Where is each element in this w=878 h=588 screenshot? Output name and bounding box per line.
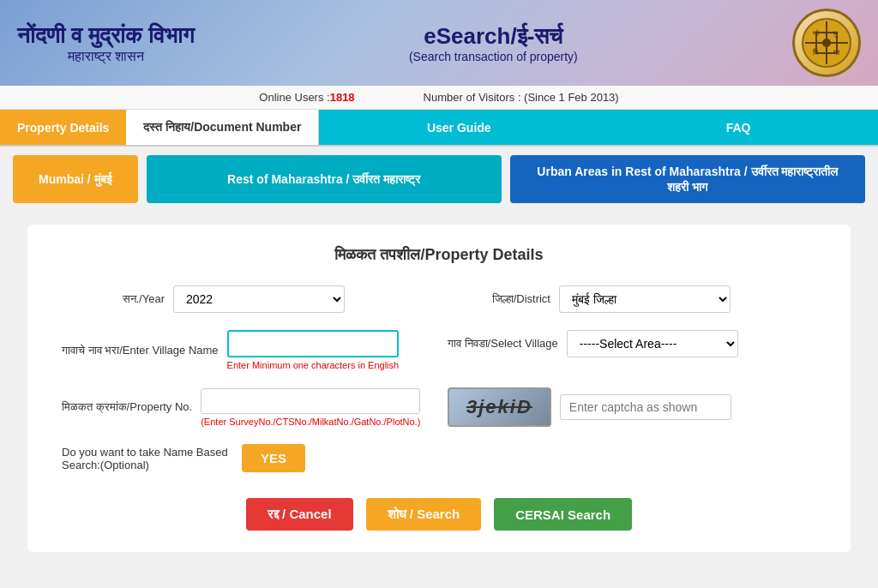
district-select[interactable]: मुंबई जिल्हा <box>559 285 731 313</box>
svg-text:नो: नो <box>812 29 820 38</box>
nav-tabs: Property Details दस्त निहाय/Document Num… <box>0 110 878 147</box>
svg-text:भा: भा <box>833 49 840 57</box>
info-bar: Online Users :1818 Number of Visitors : … <box>0 86 878 110</box>
year-select[interactable]: 2022 <box>173 285 345 313</box>
cersai-button[interactable]: CERSAI Search <box>494 498 632 531</box>
btn-mumbai[interactable]: Mumbai / मुंबई <box>13 155 138 203</box>
org-title: नोंदणी व मुद्रांक विभाग <box>17 22 195 49</box>
search-button[interactable]: शोध / Search <box>366 498 482 531</box>
name-search-group: Do you want to take Name Based Search:(O… <box>62 444 816 472</box>
online-count: 1818 <box>330 91 355 104</box>
form-row-3: मिळकत क्रमांक/Property No. (Enter Survey… <box>62 387 816 427</box>
form-row-1: सन./Year 2022 जिल्हा/District मुंबई जिल्… <box>62 285 816 313</box>
property-no-input[interactable] <box>201 388 420 414</box>
action-row: रद्द / Cancel शोध / Search CERSAI Search <box>62 498 816 531</box>
page-header: नोंदणी व मुद्रांक विभाग महाराष्ट्र शासन … <box>0 0 878 86</box>
year-label: सन./Year <box>62 292 165 306</box>
online-users-label: Online Users :1818 <box>259 91 354 104</box>
year-group: सन./Year 2022 <box>62 285 430 313</box>
app-title: eSearch/ई-सर्च <box>409 23 578 50</box>
captcha-input[interactable] <box>560 394 731 420</box>
form-row-2: गावाचे नाव भरा/Enter Village Name Enter … <box>62 330 816 370</box>
btn-rest-maharashtra[interactable]: Rest of Maharashtra / उर्वीरत महाराष्ट्र <box>147 155 502 203</box>
logo-emblem: नो मु वि भा <box>792 9 861 77</box>
property-no-wrapper: (Enter SurveyNo./CTSNo./MilkatNo./GatNo.… <box>201 388 420 427</box>
form-card: मिळकत तपशील/Property Details सन./Year 20… <box>27 225 851 552</box>
svg-point-4 <box>822 39 831 47</box>
tab-document-number[interactable]: दस्त निहाय/Document Number <box>126 110 319 145</box>
main-content: मिळकत तपशील/Property Details सन./Year 20… <box>0 212 878 565</box>
yes-button[interactable]: YES <box>242 444 305 472</box>
select-village-group: गाव निवडा/Select Village -----Select Are… <box>448 330 816 357</box>
header-left: नोंदणी व मुद्रांक विभाग महाराष्ट्र शासन <box>17 22 195 64</box>
tab-property-details[interactable]: Property Details <box>0 110 126 145</box>
property-no-label: मिळकत क्रमांक/Property No. <box>62 400 192 414</box>
app-subtitle: (Search transaction of property) <box>409 50 578 63</box>
village-name-label: गावाचे नाव भरा/Enter Village Name <box>62 344 219 357</box>
visitors-label: Number of Visitors : (Since 1 Feb 2013) <box>424 91 619 104</box>
tab-user-guide[interactable]: User Guide <box>319 110 598 145</box>
village-hint: Enter Minimum one characters in English <box>227 360 400 370</box>
tab-faq[interactable]: FAQ <box>598 110 878 145</box>
header-center: eSearch/ई-सर्च (Search transaction of pr… <box>409 23 578 63</box>
village-name-group: गावाचे नाव भरा/Enter Village Name Enter … <box>62 330 430 370</box>
btn-urban-areas[interactable]: Urban Areas in Rest of Maharashtra / उर्… <box>510 155 865 203</box>
captcha-image: 3jekiD <box>448 387 551 427</box>
property-no-group: मिळकत क्रमांक/Property No. (Enter Survey… <box>62 388 430 427</box>
village-name-input[interactable] <box>227 330 400 357</box>
district-label: जिल्हा/District <box>448 292 550 306</box>
org-subtitle: महाराष्ट्र शासन <box>17 49 195 64</box>
property-hint: (Enter SurveyNo./CTSNo./MilkatNo./GatNo.… <box>201 417 420 427</box>
captcha-group: 3jekiD <box>448 387 816 427</box>
logo-area: नो मु वि भा <box>792 9 861 77</box>
name-search-label: Do you want to take Name Based Search:(O… <box>62 446 233 471</box>
form-row-4: Do you want to take Name Based Search:(O… <box>62 444 816 472</box>
sub-nav: Mumbai / मुंबई Rest of Maharashtra / उर्… <box>0 147 878 212</box>
district-group: जिल्हा/District मुंबई जिल्हा <box>448 285 816 313</box>
select-village-label: गाव निवडा/Select Village <box>448 337 558 351</box>
svg-text:वि: वि <box>812 48 819 57</box>
select-village-dropdown[interactable]: -----Select Area---- <box>567 330 738 357</box>
village-name-wrapper: Enter Minimum one characters in English <box>227 330 400 370</box>
form-title: मिळकत तपशील/Property Details <box>62 246 816 264</box>
cancel-button[interactable]: रद्द / Cancel <box>246 498 353 531</box>
